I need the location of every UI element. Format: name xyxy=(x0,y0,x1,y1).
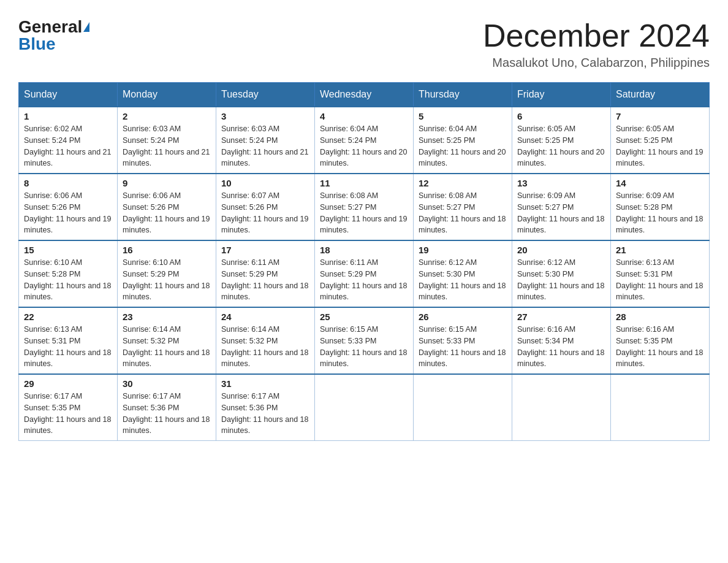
day-number: 23 xyxy=(123,312,211,322)
day-info: Sunrise: 6:14 AM Sunset: 5:32 PM Dayligh… xyxy=(123,324,211,370)
day-number: 8 xyxy=(24,178,112,188)
logo-triangle-icon xyxy=(83,22,89,32)
calendar-cell: 8 Sunrise: 6:06 AM Sunset: 5:26 PM Dayli… xyxy=(19,174,118,240)
day-number: 11 xyxy=(320,178,408,188)
calendar-cell: 7 Sunrise: 6:05 AM Sunset: 5:25 PM Dayli… xyxy=(611,107,710,174)
calendar-cell: 5 Sunrise: 6:04 AM Sunset: 5:25 PM Dayli… xyxy=(414,107,512,174)
day-info: Sunrise: 6:02 AM Sunset: 5:24 PM Dayligh… xyxy=(24,123,112,169)
day-info: Sunrise: 6:10 AM Sunset: 5:29 PM Dayligh… xyxy=(123,257,211,303)
day-info: Sunrise: 6:04 AM Sunset: 5:25 PM Dayligh… xyxy=(419,123,507,169)
logo: General Blue xyxy=(18,18,89,53)
calendar-cell xyxy=(512,374,611,441)
day-info: Sunrise: 6:06 AM Sunset: 5:26 PM Dayligh… xyxy=(123,190,211,236)
calendar-cell: 18 Sunrise: 6:11 AM Sunset: 5:29 PM Dayl… xyxy=(315,240,414,307)
day-number: 20 xyxy=(517,245,605,255)
weekday-header-wednesday: Wednesday xyxy=(315,83,414,107)
calendar-cell: 30 Sunrise: 6:17 AM Sunset: 5:36 PM Dayl… xyxy=(118,374,216,441)
calendar-cell: 1 Sunrise: 6:02 AM Sunset: 5:24 PM Dayli… xyxy=(19,107,118,174)
calendar-week-row: 22 Sunrise: 6:13 AM Sunset: 5:31 PM Dayl… xyxy=(19,307,710,374)
calendar-cell: 23 Sunrise: 6:14 AM Sunset: 5:32 PM Dayl… xyxy=(118,307,216,374)
day-info: Sunrise: 6:13 AM Sunset: 5:31 PM Dayligh… xyxy=(24,324,112,370)
day-info: Sunrise: 6:12 AM Sunset: 5:30 PM Dayligh… xyxy=(517,257,605,303)
day-info: Sunrise: 6:11 AM Sunset: 5:29 PM Dayligh… xyxy=(320,257,408,303)
calendar-cell xyxy=(315,374,414,441)
calendar-cell: 16 Sunrise: 6:10 AM Sunset: 5:29 PM Dayl… xyxy=(118,240,216,307)
day-info: Sunrise: 6:17 AM Sunset: 5:36 PM Dayligh… xyxy=(123,391,211,437)
day-info: Sunrise: 6:15 AM Sunset: 5:33 PM Dayligh… xyxy=(320,324,408,370)
calendar-cell: 31 Sunrise: 6:17 AM Sunset: 5:36 PM Dayl… xyxy=(216,374,315,441)
calendar-cell: 27 Sunrise: 6:16 AM Sunset: 5:34 PM Dayl… xyxy=(512,307,611,374)
day-info: Sunrise: 6:15 AM Sunset: 5:33 PM Dayligh… xyxy=(419,324,507,370)
day-number: 25 xyxy=(320,312,408,322)
calendar-cell: 24 Sunrise: 6:14 AM Sunset: 5:32 PM Dayl… xyxy=(216,307,315,374)
day-number: 16 xyxy=(123,245,211,255)
day-number: 3 xyxy=(221,111,309,121)
day-info: Sunrise: 6:07 AM Sunset: 5:26 PM Dayligh… xyxy=(221,190,309,236)
day-number: 29 xyxy=(24,378,112,389)
day-number: 30 xyxy=(123,378,211,389)
calendar-cell: 11 Sunrise: 6:08 AM Sunset: 5:27 PM Dayl… xyxy=(315,174,414,240)
calendar-cell: 6 Sunrise: 6:05 AM Sunset: 5:25 PM Dayli… xyxy=(512,107,611,174)
weekday-header-tuesday: Tuesday xyxy=(216,83,315,107)
day-number: 28 xyxy=(616,312,704,322)
page-header: General Blue December 2024 Masalukot Uno… xyxy=(18,18,710,70)
calendar-cell: 28 Sunrise: 6:16 AM Sunset: 5:35 PM Dayl… xyxy=(611,307,710,374)
calendar-cell: 10 Sunrise: 6:07 AM Sunset: 5:26 PM Dayl… xyxy=(216,174,315,240)
day-info: Sunrise: 6:05 AM Sunset: 5:25 PM Dayligh… xyxy=(616,123,704,169)
title-block: December 2024 Masalukot Uno, Calabarzon,… xyxy=(483,18,710,70)
day-number: 22 xyxy=(24,312,112,322)
calendar-cell: 17 Sunrise: 6:11 AM Sunset: 5:29 PM Dayl… xyxy=(216,240,315,307)
day-number: 19 xyxy=(419,245,507,255)
calendar-cell: 26 Sunrise: 6:15 AM Sunset: 5:33 PM Dayl… xyxy=(414,307,512,374)
calendar-table: SundayMondayTuesdayWednesdayThursdayFrid… xyxy=(18,82,710,441)
weekday-header-monday: Monday xyxy=(118,83,216,107)
location-subtitle: Masalukot Uno, Calabarzon, Philippines xyxy=(483,56,710,70)
day-number: 24 xyxy=(221,312,309,322)
day-info: Sunrise: 6:11 AM Sunset: 5:29 PM Dayligh… xyxy=(221,257,309,303)
day-number: 13 xyxy=(517,178,605,188)
day-number: 7 xyxy=(616,111,704,121)
calendar-cell: 25 Sunrise: 6:15 AM Sunset: 5:33 PM Dayl… xyxy=(315,307,414,374)
day-info: Sunrise: 6:16 AM Sunset: 5:34 PM Dayligh… xyxy=(517,324,605,370)
day-info: Sunrise: 6:08 AM Sunset: 5:27 PM Dayligh… xyxy=(320,190,408,236)
month-title: December 2024 xyxy=(483,18,710,53)
day-number: 21 xyxy=(616,245,704,255)
day-number: 17 xyxy=(221,245,309,255)
weekday-header-sunday: Sunday xyxy=(19,83,118,107)
logo-blue-text: Blue xyxy=(18,36,56,53)
day-number: 6 xyxy=(517,111,605,121)
calendar-cell: 29 Sunrise: 6:17 AM Sunset: 5:35 PM Dayl… xyxy=(19,374,118,441)
calendar-cell xyxy=(414,374,512,441)
weekday-header-friday: Friday xyxy=(512,83,611,107)
day-info: Sunrise: 6:09 AM Sunset: 5:27 PM Dayligh… xyxy=(517,190,605,236)
calendar-week-row: 15 Sunrise: 6:10 AM Sunset: 5:28 PM Dayl… xyxy=(19,240,710,307)
day-number: 2 xyxy=(123,111,211,121)
calendar-cell: 13 Sunrise: 6:09 AM Sunset: 5:27 PM Dayl… xyxy=(512,174,611,240)
day-info: Sunrise: 6:05 AM Sunset: 5:25 PM Dayligh… xyxy=(517,123,605,169)
calendar-week-row: 1 Sunrise: 6:02 AM Sunset: 5:24 PM Dayli… xyxy=(19,107,710,174)
calendar-cell: 20 Sunrise: 6:12 AM Sunset: 5:30 PM Dayl… xyxy=(512,240,611,307)
calendar-cell: 19 Sunrise: 6:12 AM Sunset: 5:30 PM Dayl… xyxy=(414,240,512,307)
day-number: 12 xyxy=(419,178,507,188)
day-info: Sunrise: 6:12 AM Sunset: 5:30 PM Dayligh… xyxy=(419,257,507,303)
calendar-week-row: 29 Sunrise: 6:17 AM Sunset: 5:35 PM Dayl… xyxy=(19,374,710,441)
day-number: 26 xyxy=(419,312,507,322)
day-info: Sunrise: 6:08 AM Sunset: 5:27 PM Dayligh… xyxy=(419,190,507,236)
calendar-cell: 4 Sunrise: 6:04 AM Sunset: 5:24 PM Dayli… xyxy=(315,107,414,174)
day-info: Sunrise: 6:03 AM Sunset: 5:24 PM Dayligh… xyxy=(123,123,211,169)
day-info: Sunrise: 6:17 AM Sunset: 5:36 PM Dayligh… xyxy=(221,391,309,437)
day-number: 27 xyxy=(517,312,605,322)
weekday-header-row: SundayMondayTuesdayWednesdayThursdayFrid… xyxy=(19,83,710,107)
calendar-cell: 14 Sunrise: 6:09 AM Sunset: 5:28 PM Dayl… xyxy=(611,174,710,240)
day-number: 31 xyxy=(221,378,309,389)
day-number: 1 xyxy=(24,111,112,121)
calendar-cell: 12 Sunrise: 6:08 AM Sunset: 5:27 PM Dayl… xyxy=(414,174,512,240)
day-info: Sunrise: 6:06 AM Sunset: 5:26 PM Dayligh… xyxy=(24,190,112,236)
day-number: 4 xyxy=(320,111,408,121)
weekday-header-thursday: Thursday xyxy=(414,83,512,107)
day-number: 5 xyxy=(419,111,507,121)
day-info: Sunrise: 6:04 AM Sunset: 5:24 PM Dayligh… xyxy=(320,123,408,169)
day-info: Sunrise: 6:03 AM Sunset: 5:24 PM Dayligh… xyxy=(221,123,309,169)
calendar-cell: 2 Sunrise: 6:03 AM Sunset: 5:24 PM Dayli… xyxy=(118,107,216,174)
day-info: Sunrise: 6:16 AM Sunset: 5:35 PM Dayligh… xyxy=(616,324,704,370)
